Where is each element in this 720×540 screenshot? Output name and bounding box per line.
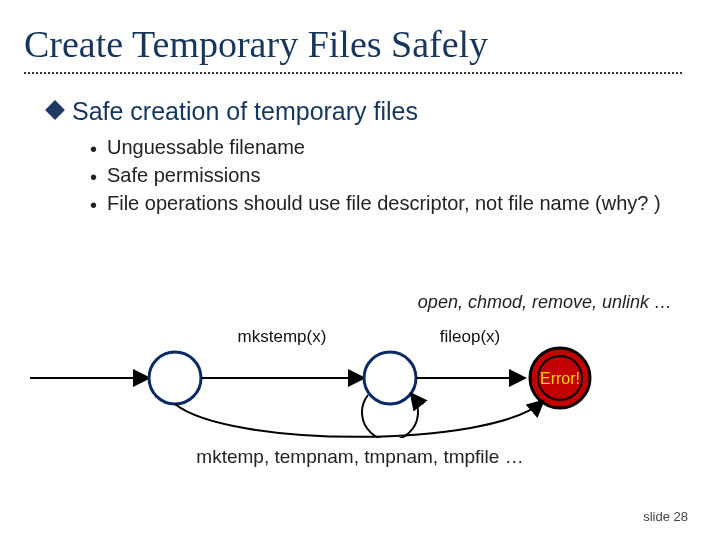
slide: Create Temporary Files Safely Safe creat… — [0, 0, 720, 540]
state-mid — [364, 352, 416, 404]
sub-bullet: • File operations should use file descri… — [90, 190, 690, 218]
diamond-icon — [45, 100, 65, 120]
sub-bullet-text: Unguessable filename — [107, 134, 305, 160]
annotation-open-chmod: open, chmod, remove, unlink … — [418, 292, 672, 313]
edge-label-fileop: fileop(x) — [440, 327, 500, 346]
main-bullet: Safe creation of temporary files — [48, 96, 690, 126]
sub-bullet: • Unguessable filename — [90, 134, 690, 162]
sub-bullet: • Safe permissions — [90, 162, 690, 190]
slide-number: slide 28 — [643, 509, 688, 524]
bullet-icon: • — [90, 136, 97, 162]
sub-bullet-text: File operations should use file descript… — [107, 190, 661, 216]
bypass-functions-label: mktemp, tempnam, tmpnam, tmpfile … — [0, 446, 720, 468]
bypass-arc — [175, 402, 542, 437]
bullet-icon: • — [90, 192, 97, 218]
main-bullet-text: Safe creation of temporary files — [72, 96, 418, 126]
state-start — [149, 352, 201, 404]
state-error: Error! — [530, 348, 590, 408]
edge-label-mkstemp: mkstemp(x) — [238, 327, 327, 346]
slide-title: Create Temporary Files Safely — [24, 22, 690, 66]
sub-bullet-text: Safe permissions — [107, 162, 260, 188]
title-rule — [24, 72, 684, 74]
error-label: Error! — [540, 370, 580, 387]
state-machine-diagram: mkstemp(x) fileop(x) Error! — [30, 318, 670, 438]
bullet-icon: • — [90, 164, 97, 190]
